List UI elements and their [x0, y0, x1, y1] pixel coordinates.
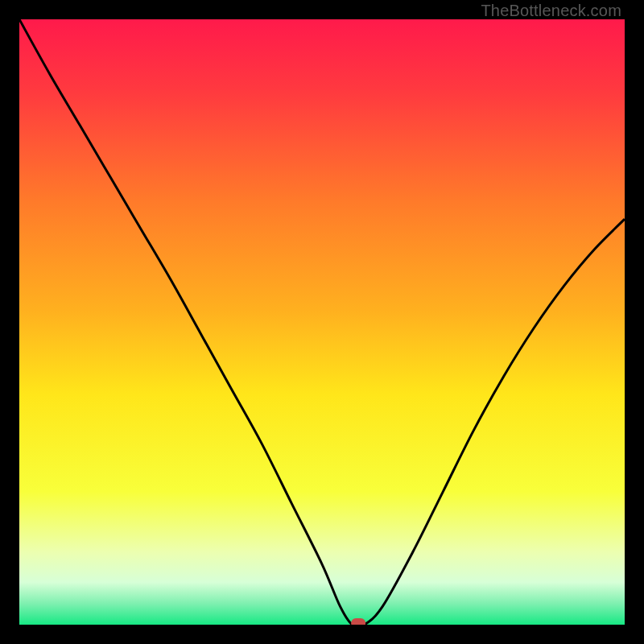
chart-background-gradient	[19, 19, 625, 625]
chart-svg	[19, 19, 625, 625]
watermark-text: TheBottleneck.com	[481, 2, 621, 20]
optimal-point-marker	[351, 618, 365, 625]
